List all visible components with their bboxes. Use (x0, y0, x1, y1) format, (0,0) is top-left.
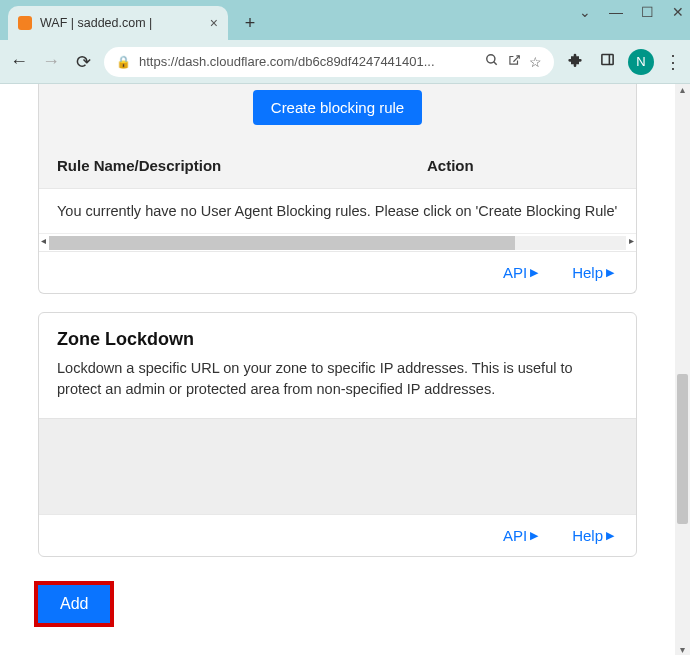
add-button-row: Add (38, 575, 637, 623)
window-controls: ⌄ ― ☐ ✕ (579, 4, 684, 20)
forward-button: → (40, 51, 62, 72)
url-omnibox[interactable]: 🔒 https://dash.cloudflare.com/db6c89df42… (104, 47, 554, 77)
zone-card-footer: API ▶ Help ▶ (39, 514, 636, 556)
zone-api-link[interactable]: API ▶ (503, 527, 538, 544)
scrollbar-thumb[interactable] (49, 236, 515, 250)
reload-button[interactable]: ⟳ (72, 51, 94, 73)
rules-table-header: Rule Name/Description Action (39, 139, 636, 188)
svg-line-1 (494, 62, 497, 65)
api-link-label: API (503, 527, 527, 544)
new-tab-button[interactable]: + (236, 9, 264, 37)
ua-blocking-card: Create blocking rule Rule Name/Descripti… (38, 84, 637, 294)
caret-right-icon: ▶ (606, 529, 614, 542)
zone-lockdown-body (39, 418, 636, 514)
lock-icon: 🔒 (116, 55, 131, 69)
tab-title: WAF | sadded.com | (40, 16, 202, 30)
col-rule-name: Rule Name/Description (57, 157, 427, 174)
chevron-down-icon[interactable]: ⌄ (579, 4, 591, 20)
horizontal-scrollbar[interactable]: ◂ ▸ (39, 233, 636, 251)
zone-lockdown-card: Zone Lockdown Lockdown a specific URL on… (38, 312, 637, 557)
zone-help-link[interactable]: Help ▶ (572, 527, 614, 544)
caret-right-icon: ▶ (530, 266, 538, 279)
scroll-down-arrow-icon[interactable]: ▾ (675, 644, 690, 655)
maximize-icon[interactable]: ☐ (641, 4, 654, 20)
minimize-icon[interactable]: ― (609, 4, 623, 20)
create-rule-row: Create blocking rule (39, 84, 636, 139)
caret-right-icon: ▶ (530, 529, 538, 542)
create-blocking-rule-button[interactable]: Create blocking rule (253, 90, 422, 125)
vertical-scrollbar[interactable]: ▴ ▾ (675, 84, 690, 655)
svg-rect-2 (601, 55, 612, 65)
back-button[interactable]: ← (8, 51, 30, 72)
menu-kebab-icon[interactable]: ⋮ (664, 51, 682, 73)
zone-lockdown-description: Lockdown a specific URL on your zone to … (57, 358, 618, 400)
window-titlebar: WAF | sadded.com | × + ⌄ ― ☐ ✕ (0, 0, 690, 40)
close-window-icon[interactable]: ✕ (672, 4, 684, 20)
side-panel-icon[interactable] (596, 51, 618, 72)
ua-api-link[interactable]: API ▶ (503, 264, 538, 281)
scroll-right-arrow-icon[interactable]: ▸ (629, 235, 634, 246)
profile-avatar[interactable]: N (628, 49, 654, 75)
bookmark-star-icon[interactable]: ☆ (529, 54, 542, 70)
svg-point-0 (487, 55, 495, 63)
rules-empty-message: You currently have no User Agent Blockin… (39, 188, 636, 233)
help-link-label: Help (572, 264, 603, 281)
help-link-label: Help (572, 527, 603, 544)
scroll-up-arrow-icon[interactable]: ▴ (675, 84, 690, 95)
add-button[interactable]: Add (38, 585, 110, 623)
close-tab-icon[interactable]: × (210, 15, 218, 31)
extensions-icon[interactable] (564, 51, 586, 72)
cloudflare-favicon (18, 16, 32, 30)
page-content: Create blocking rule Rule Name/Descripti… (0, 84, 675, 655)
scroll-left-arrow-icon[interactable]: ◂ (41, 235, 46, 246)
zone-lockdown-title: Zone Lockdown (57, 329, 618, 350)
url-text: https://dash.cloudflare.com/db6c89df4247… (139, 54, 477, 69)
avatar-letter: N (636, 54, 645, 69)
col-action: Action (427, 157, 474, 174)
caret-right-icon: ▶ (606, 266, 614, 279)
ua-help-link[interactable]: Help ▶ (572, 264, 614, 281)
ua-card-footer: API ▶ Help ▶ (39, 251, 636, 293)
api-link-label: API (503, 264, 527, 281)
page-viewport: Create blocking rule Rule Name/Descripti… (0, 84, 690, 655)
browser-tab[interactable]: WAF | sadded.com | × (8, 6, 228, 40)
v-scrollbar-thumb[interactable] (677, 374, 688, 524)
zone-lockdown-header: Zone Lockdown Lockdown a specific URL on… (39, 313, 636, 406)
search-icon[interactable] (485, 53, 499, 70)
address-bar: ← → ⟳ 🔒 https://dash.cloudflare.com/db6c… (0, 40, 690, 84)
share-icon[interactable] (507, 53, 521, 70)
